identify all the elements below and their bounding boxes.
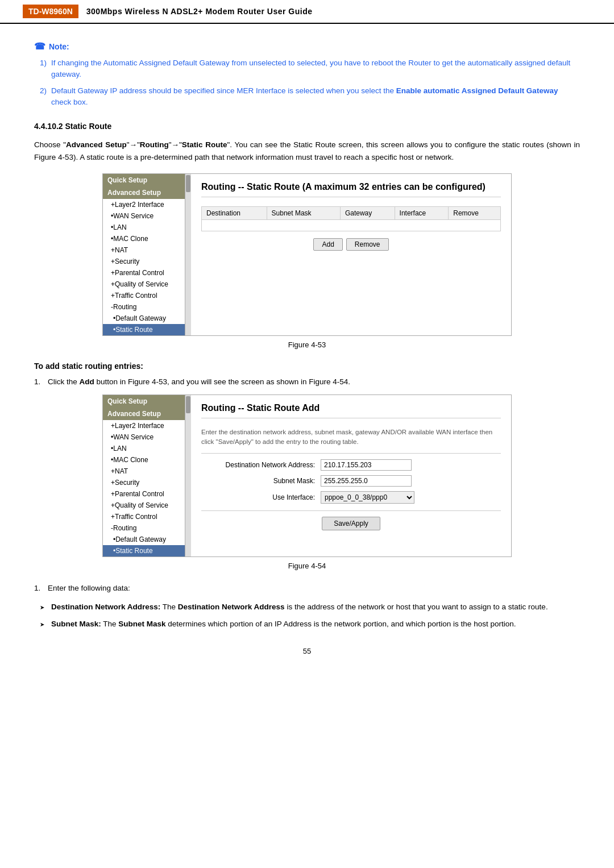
scrollbar-thumb-54 bbox=[186, 396, 190, 413]
subnet-input[interactable] bbox=[321, 475, 412, 487]
sidebar-nat[interactable]: +NAT bbox=[103, 244, 185, 256]
sidebar-static-route[interactable]: •Static Route bbox=[103, 324, 185, 335]
col-subnet: Subnet Mask bbox=[267, 207, 340, 220]
sidebar-scrollbar-53[interactable] bbox=[185, 174, 191, 335]
page-header: TD-W8960N 300Mbps Wireless N ADSL2+ Mode… bbox=[0, 0, 614, 24]
subnet-label: Subnet Mask: bbox=[201, 477, 315, 485]
figure-53-caption: Figure 4-53 bbox=[34, 340, 580, 349]
save-apply-button[interactable]: Save/Apply bbox=[322, 517, 380, 530]
router-panel-53: Quick Setup Advanced Setup +Layer2 Inter… bbox=[102, 173, 512, 336]
form-dest-row: Destination Network Address: bbox=[201, 459, 501, 471]
model-badge: TD-W8960N bbox=[23, 5, 78, 18]
col-interface: Interface bbox=[395, 207, 449, 220]
sidebar-54-layer2[interactable]: +Layer2 Interface bbox=[103, 420, 185, 431]
sidebar-54-lan[interactable]: •LAN bbox=[103, 443, 185, 454]
sidebar-54-mac-clone[interactable]: •MAC Clone bbox=[103, 454, 185, 466]
table-empty-row bbox=[202, 220, 501, 231]
sidebar-parental[interactable]: +Parental Control bbox=[103, 267, 185, 279]
panel-title-54: Routing -- Static Route Add bbox=[201, 403, 501, 418]
add-button-53[interactable]: Add bbox=[313, 238, 342, 251]
dest-input[interactable] bbox=[321, 459, 412, 471]
sidebar-54-qos[interactable]: +Quality of Service bbox=[103, 500, 185, 511]
body-text: Choose "Advanced Setup"→"Routing"→"Stati… bbox=[34, 139, 580, 163]
main-panel-54: Routing -- Static Route Add Enter the de… bbox=[191, 395, 511, 556]
interface-select[interactable]: pppoe_0_0_38/ppp0 bbox=[321, 491, 414, 504]
note-icon: ☎ bbox=[34, 41, 45, 52]
note-label: ☎ Note: bbox=[34, 41, 580, 52]
sidebar-security[interactable]: +Security bbox=[103, 256, 185, 267]
add-entries-heading: To add static routing entries: bbox=[34, 362, 580, 371]
sidebar-54-wan-service[interactable]: •WAN Service bbox=[103, 431, 185, 443]
form-subnet-row: Subnet Mask: bbox=[201, 475, 501, 487]
sidebar-layer2[interactable]: +Layer2 Interface bbox=[103, 199, 185, 210]
sidebar-54-traffic[interactable]: +Traffic Control bbox=[103, 511, 185, 522]
note-section: ☎ Note: If changing the Automatic Assign… bbox=[34, 41, 580, 108]
main-content: ☎ Note: If changing the Automatic Assign… bbox=[0, 24, 614, 678]
main-panel-53: Routing -- Static Route (A maximum 32 en… bbox=[191, 174, 511, 335]
note-list: If changing the Automatic Assigned Defau… bbox=[34, 57, 580, 108]
remove-button-53[interactable]: Remove bbox=[346, 238, 389, 251]
router-panel-54: Quick Setup Advanced Setup +Layer2 Inter… bbox=[102, 394, 512, 557]
col-remove: Remove bbox=[449, 207, 501, 220]
panel-title-53: Routing -- Static Route (A maximum 32 en… bbox=[201, 182, 501, 197]
arrow-item-dest: Destination Network Address: The Destina… bbox=[40, 601, 580, 613]
steps-list: Click the Add button in Figure 4-53, and… bbox=[34, 376, 580, 388]
note-item-2: Default Gateway IP address should be spe… bbox=[40, 85, 580, 109]
sidebar-54-advanced-setup[interactable]: Advanced Setup bbox=[103, 408, 185, 420]
sidebar-quick-setup[interactable]: Quick Setup bbox=[103, 174, 185, 186]
note-bold-text: Enable automatic Assigned Default Gatewa… bbox=[396, 86, 558, 95]
sidebar-54-static-route[interactable]: •Static Route bbox=[103, 545, 185, 556]
sidebar-54-security[interactable]: +Security bbox=[103, 477, 185, 488]
note-item-1: If changing the Automatic Assigned Defau… bbox=[40, 57, 580, 81]
sidebar-54-parental[interactable]: +Parental Control bbox=[103, 488, 185, 500]
figure-54-wrapper: Quick Setup Advanced Setup +Layer2 Inter… bbox=[34, 394, 580, 557]
btn-row-54: Save/Apply bbox=[201, 517, 501, 530]
step-1: Click the Add button in Figure 4-53, and… bbox=[34, 376, 580, 388]
arrow-list: Destination Network Address: The Destina… bbox=[34, 601, 580, 630]
sidebar-wan-service[interactable]: •WAN Service bbox=[103, 210, 185, 222]
sidebar-qos[interactable]: +Quality of Service bbox=[103, 279, 185, 290]
sidebar-53: Quick Setup Advanced Setup +Layer2 Inter… bbox=[103, 174, 185, 335]
sidebar-54-default-gateway[interactable]: •Default Gateway bbox=[103, 534, 185, 545]
form-interface-row: Use Interface: pppoe_0_0_38/ppp0 bbox=[201, 491, 501, 504]
dest-label: Destination Network Address: bbox=[201, 461, 315, 469]
sidebar-54-nat[interactable]: +NAT bbox=[103, 466, 185, 477]
page-title: 300Mbps Wireless N ADSL2+ Modem Router U… bbox=[78, 7, 313, 16]
scrollbar-thumb bbox=[186, 175, 190, 192]
figure-54-caption: Figure 4-54 bbox=[34, 562, 580, 570]
step-2: Enter the following data: bbox=[34, 583, 580, 594]
arrow-item-subnet: Subnet Mask: The Subnet Mask determines … bbox=[40, 618, 580, 630]
route-table-53: Destination Subnet Mask Gateway Interfac… bbox=[201, 206, 501, 231]
sidebar-mac-clone[interactable]: •MAC Clone bbox=[103, 233, 185, 244]
panel-desc-54: Enter the destination network address, s… bbox=[201, 427, 501, 446]
sidebar-lan[interactable]: •LAN bbox=[103, 222, 185, 233]
section-heading: 4.4.10.2 Static Route bbox=[34, 122, 580, 131]
interface-label: Use Interface: bbox=[201, 493, 315, 501]
sidebar-54-quick-setup[interactable]: Quick Setup bbox=[103, 395, 185, 408]
col-gateway: Gateway bbox=[340, 207, 395, 220]
col-destination: Destination bbox=[202, 207, 267, 220]
sidebar-scrollbar-54[interactable] bbox=[185, 395, 191, 556]
page-number: 55 bbox=[34, 647, 580, 655]
sidebar-routing[interactable]: -Routing bbox=[103, 301, 185, 313]
sidebar-54-routing[interactable]: -Routing bbox=[103, 522, 185, 534]
figure-53-wrapper: Quick Setup Advanced Setup +Layer2 Inter… bbox=[34, 173, 580, 336]
btn-row-53: Add Remove bbox=[201, 238, 501, 251]
sidebar-54: Quick Setup Advanced Setup +Layer2 Inter… bbox=[103, 395, 185, 556]
sidebar-traffic[interactable]: +Traffic Control bbox=[103, 290, 185, 301]
step2-list: Enter the following data: bbox=[34, 583, 580, 594]
sidebar-default-gateway[interactable]: •Default Gateway bbox=[103, 313, 185, 324]
sidebar-advanced-setup[interactable]: Advanced Setup bbox=[103, 186, 185, 199]
